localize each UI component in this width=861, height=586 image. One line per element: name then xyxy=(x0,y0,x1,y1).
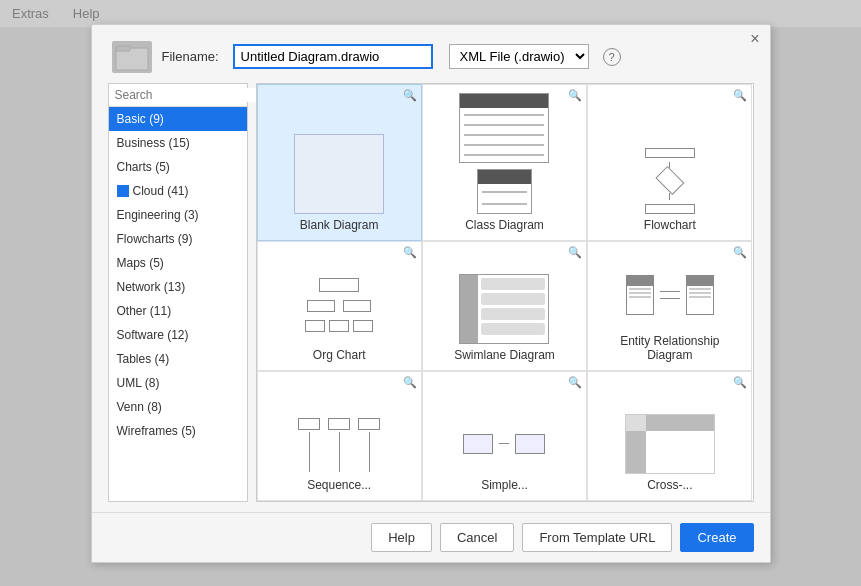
category-item-wireframes[interactable]: Wireframes (5) xyxy=(109,419,247,443)
category-item-maps[interactable]: Maps (5) xyxy=(109,251,247,275)
template-blank[interactable]: 🔍 Blank Diagram xyxy=(257,84,422,241)
file-type-select[interactable]: XML File (.drawio) xyxy=(449,44,589,69)
preview-class xyxy=(459,93,549,163)
close-button[interactable]: × xyxy=(750,31,759,47)
template-label-simple: Simple... xyxy=(481,478,528,492)
zoom-icon-simple: 🔍 xyxy=(568,376,582,389)
template-label-class: Class Diagram xyxy=(465,218,544,232)
template-label-entity: Entity Relationship Diagram xyxy=(596,334,743,362)
filename-input[interactable] xyxy=(233,44,433,69)
new-diagram-dialog: × Filename: XML File (.drawio) ? xyxy=(91,24,771,563)
category-item-basic[interactable]: Basic (9) xyxy=(109,107,247,131)
template-label-orgchart: Org Chart xyxy=(313,348,366,362)
dialog-overlay: × Filename: XML File (.drawio) ? xyxy=(0,0,861,586)
category-item-network[interactable]: Network (13) xyxy=(109,275,247,299)
category-list: 🔍 Basic (9) Business (15) Charts (5) Clo… xyxy=(108,83,248,502)
category-item-engineering[interactable]: Engineering (3) xyxy=(109,203,247,227)
template-label-cross: Cross-... xyxy=(647,478,692,492)
template-cross[interactable]: 🔍 Cross-... xyxy=(587,371,752,501)
zoom-icon-cross: 🔍 xyxy=(733,376,747,389)
zoom-icon-swimlane: 🔍 xyxy=(568,246,582,259)
preview-flowchart xyxy=(630,144,710,214)
preview-sequence xyxy=(294,414,384,474)
zoom-icon-blank: 🔍 xyxy=(403,89,417,102)
swimlane-left xyxy=(460,275,478,343)
file-icon xyxy=(112,41,152,73)
template-grid: 🔍 Blank Diagram 🔍 xyxy=(257,84,753,501)
swimlane-right xyxy=(478,275,548,343)
zoom-icon-orgchart: 🔍 xyxy=(403,246,417,259)
zoom-icon-sequence: 🔍 xyxy=(403,376,417,389)
template-flowchart[interactable]: 🔍 Flowchart xyxy=(587,84,752,241)
dialog-body: 🔍 Basic (9) Business (15) Charts (5) Clo… xyxy=(92,83,770,512)
dialog-header: Filename: XML File (.drawio) ? xyxy=(92,25,770,83)
category-item-uml[interactable]: UML (8) xyxy=(109,371,247,395)
create-button[interactable]: Create xyxy=(680,523,753,552)
category-item-software[interactable]: Software (12) xyxy=(109,323,247,347)
preview-swimlane xyxy=(459,274,549,344)
category-item-business[interactable]: Business (15) xyxy=(109,131,247,155)
zoom-icon-flowchart: 🔍 xyxy=(733,89,747,102)
zoom-icon-class: 🔍 xyxy=(568,89,582,102)
template-label-blank: Blank Diagram xyxy=(300,218,379,232)
help-button[interactable]: Help xyxy=(371,523,432,552)
from-template-url-button[interactable]: From Template URL xyxy=(522,523,672,552)
preview-orgchart xyxy=(294,274,384,344)
template-grid-wrapper: 🔍 Blank Diagram 🔍 xyxy=(256,83,754,502)
zoom-icon-entity: 🔍 xyxy=(733,246,747,259)
template-label-flowchart: Flowchart xyxy=(644,218,696,232)
template-entity[interactable]: 🔍 xyxy=(587,241,752,371)
search-box: 🔍 xyxy=(109,84,247,107)
category-item-other[interactable]: Other (11) xyxy=(109,299,247,323)
cloud-icon xyxy=(117,185,129,197)
category-item-flowcharts[interactable]: Flowcharts (9) xyxy=(109,227,247,251)
svg-rect-1 xyxy=(116,46,130,51)
template-simple[interactable]: 🔍 Simple... xyxy=(422,371,587,501)
template-class[interactable]: 🔍 xyxy=(422,84,587,241)
template-orgchart[interactable]: 🔍 xyxy=(257,241,422,371)
category-item-venn[interactable]: Venn (8) xyxy=(109,395,247,419)
preview-simple xyxy=(459,414,549,474)
template-swimlane[interactable]: 🔍 Swimlane Diagram xyxy=(422,241,587,371)
cancel-button[interactable]: Cancel xyxy=(440,523,514,552)
filename-label: Filename: xyxy=(162,49,219,64)
dialog-footer: Help Cancel From Template URL Create xyxy=(92,512,770,562)
category-item-charts[interactable]: Charts (5) xyxy=(109,155,247,179)
search-input[interactable] xyxy=(115,88,265,102)
preview-cross xyxy=(625,414,715,474)
category-item-tables[interactable]: Tables (4) xyxy=(109,347,247,371)
template-label-sequence: Sequence... xyxy=(307,478,371,492)
file-format-help-icon[interactable]: ? xyxy=(603,48,621,66)
preview-entity xyxy=(625,260,715,330)
preview-class2 xyxy=(477,169,532,214)
category-item-cloud[interactable]: Cloud (41) xyxy=(109,179,247,203)
template-label-swimlane: Swimlane Diagram xyxy=(454,348,555,362)
preview-blank xyxy=(294,134,384,214)
template-sequence[interactable]: 🔍 xyxy=(257,371,422,501)
